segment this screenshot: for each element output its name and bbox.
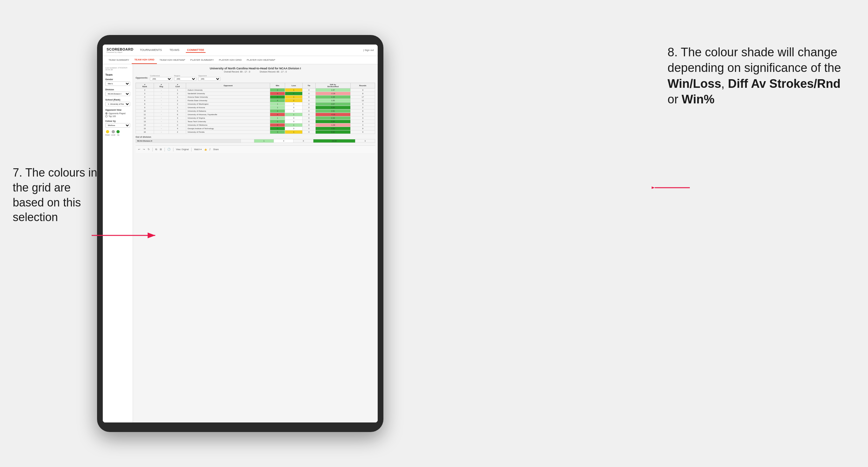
tab-player-h2h-grid[interactable]: PLAYER H2H GRID	[216, 56, 244, 64]
radio-dot-top100	[105, 115, 107, 117]
colour-by-select[interactable]: Win/loss	[105, 123, 130, 128]
filters-row: Opponents: Conference (All) Region (All)	[135, 75, 375, 81]
colour-by-section: Colour by Win/loss	[105, 120, 130, 128]
copy-icon[interactable]: ⧉	[155, 148, 157, 151]
logo-area: SCOREBOARD Powered by clippd	[106, 48, 133, 53]
table-row: 11 - 6 University of Arkansas, Fayettevi…	[136, 113, 375, 117]
tab-player-h2h-heatmap[interactable]: PLAYER H2H HEATMAP	[244, 56, 278, 64]
share-icon[interactable]: ⤴	[209, 148, 211, 151]
arrow-right	[652, 181, 690, 194]
left-sidebar: Last Updated: 27/03/2024 16:55:38 Team G…	[103, 64, 133, 423]
grid-table: #Rank #Reg #Conf Opponent Win Loss Tie D…	[135, 83, 375, 134]
tab-team-h2h-grid[interactable]: TEAM H2H GRID	[132, 56, 157, 64]
grid-icon[interactable]: ⊞	[160, 148, 162, 151]
table-row: 6 - 2 Florida State University 4 2 0 1.8…	[136, 99, 375, 102]
th-diff: Diff AvStrokes/Rnd	[315, 83, 351, 88]
grid-title: University of North Carolina Head-to-Hea…	[135, 67, 375, 70]
main-grid: University of North Carolina Head-to-Hea…	[133, 64, 378, 423]
conference-filter-group: Conference (All)	[150, 75, 172, 81]
feedback-icon[interactable]: 👍	[204, 148, 207, 151]
refresh-icon[interactable]: ↻	[148, 148, 150, 151]
legend-row: Down Level Up	[105, 130, 130, 136]
opponent-filter[interactable]: (All)	[198, 77, 220, 81]
sign-out[interactable]: | Sign out	[363, 49, 374, 52]
bottom-toolbar: ↩ ↪ ↻ ⧉ ⊞ 🕐 View: Original Watch ▾ 👍 ⤴ S…	[135, 145, 375, 153]
nav-items: TOURNAMENTS TEAMS COMMITTEE	[138, 48, 205, 53]
division-section: Division NCAA Division I	[105, 88, 130, 96]
toolbar-sep2	[164, 148, 165, 151]
table-row: 3 - 2 Vanderbilt University 0 4 0 -2.29 …	[136, 92, 375, 95]
legend-up-circle	[117, 130, 120, 133]
table-row: 16 - 2 University of Florida 3 1 0 6.62 …	[136, 130, 375, 134]
gender-select[interactable]: Men's	[105, 82, 130, 86]
th-rank: #Rank	[136, 83, 154, 88]
app-header: SCOREBOARD Powered by clippd TOURNAMENTS…	[103, 44, 378, 56]
logo-text: SCOREBOARD	[106, 48, 133, 51]
school-section: School (Rank) 1. University of Nort...	[105, 99, 130, 106]
legend-level-circle	[112, 130, 115, 133]
nav-teams[interactable]: TEAMS	[168, 48, 181, 53]
th-reg: #Reg	[154, 83, 169, 88]
legend-level: Level	[111, 130, 115, 136]
clock-icon[interactable]: 🕐	[167, 148, 170, 151]
th-rounds: Rounds	[351, 83, 375, 88]
tab-team-h2h-heatmap[interactable]: TEAM H2H HEATMAP	[157, 56, 188, 64]
region-filter-group: Region (All)	[174, 75, 196, 81]
division-select[interactable]: NCAA Division I	[105, 92, 130, 96]
conference-filter[interactable]: (All)	[150, 77, 172, 81]
grid-records: Overall Record: 89 - 17 - 0 Division Rec…	[135, 71, 375, 73]
toolbar-sep3	[173, 148, 174, 151]
out-of-division-label: Out of division	[135, 136, 375, 138]
radio-dot-opponents	[105, 112, 107, 115]
content-area: Last Updated: 27/03/2024 16:55:38 Team G…	[103, 64, 378, 423]
table-row: 4 - 1 Arizona State University 5 1 0 2.2…	[136, 95, 375, 99]
table-row: 9 - 1 University of Arizona 1 0 0 9.00 2	[136, 106, 375, 110]
nav-committee[interactable]: COMMITTEE	[186, 48, 206, 53]
team-title: Team	[105, 73, 130, 76]
legend-down-circle	[106, 130, 109, 133]
gender-section: Gender Men's	[105, 78, 130, 86]
opponents-label: Opponents:	[135, 77, 148, 79]
table-row: 14 - 0 University of Oklahoma 0 1 0 -1.0…	[136, 123, 375, 127]
th-win: Win	[270, 83, 285, 88]
legend-down: Down	[105, 130, 110, 136]
undo-icon[interactable]: ↩	[138, 148, 140, 151]
table-row: 13 - 1 Texas Tech University 3 0 0 5.56 …	[136, 120, 375, 123]
out-of-division-table: NCAA Division II 1 0 0 26.00 3	[135, 139, 375, 143]
redo-icon[interactable]: ↪	[143, 148, 145, 151]
annotation-right: 8. The colour shade will change dependin…	[668, 44, 842, 107]
annotation-left: 7. The colours in the grid are based on …	[13, 165, 102, 225]
opponent-view-section: Opponent View Opponents Played Top 100	[105, 109, 130, 117]
table-row: 2 - 1 Auburn University 2 1 0 1.67 9	[136, 88, 375, 92]
nav-tournaments[interactable]: TOURNAMENTS	[138, 48, 163, 53]
table-row: 12 - 3 University of Virginia 1 0 0 2.33…	[136, 117, 375, 120]
logo-sub: Powered by clippd	[106, 51, 133, 53]
th-tie: Tie	[303, 83, 316, 88]
region-filter[interactable]: (All)	[174, 77, 196, 81]
table-row: 15 - 4 Georgia Institute of Technology 5…	[136, 127, 375, 130]
table-row: 10 - 5 University of Alabama 3 0 0 2.61 …	[136, 110, 375, 113]
school-select[interactable]: 1. University of Nort...	[105, 102, 130, 106]
table-row: 8 - 2 University of Washington 1 0 0 3.6…	[136, 102, 375, 106]
overall-record: Overall Record: 89 - 17 - 0	[224, 71, 250, 73]
radio-top100[interactable]: Top 100	[105, 115, 130, 117]
legend-up: Up	[117, 130, 120, 136]
sub-nav: TEAM SUMMARY TEAM H2H GRID TEAM H2H HEAT…	[103, 56, 378, 64]
share-label[interactable]: Share	[213, 148, 219, 151]
last-updated: Last Updated: 27/03/2024 16:55:38	[105, 67, 130, 71]
opponent-filter-group: Opponent (All)	[198, 75, 220, 81]
radio-opponents-played[interactable]: Opponents Played	[105, 112, 130, 115]
th-opponent: Opponent	[186, 83, 270, 88]
ood-row: NCAA Division II 1 0 0 26.00 3	[136, 139, 375, 143]
th-loss: Loss	[285, 83, 303, 88]
tab-player-summary[interactable]: PLAYER SUMMARY	[188, 56, 216, 64]
arrow-left	[92, 229, 162, 242]
watch-button[interactable]: Watch ▾	[194, 148, 202, 151]
th-conf: #Conf	[169, 83, 186, 88]
view-original[interactable]: View: Original	[176, 148, 189, 151]
tab-team-summary[interactable]: TEAM SUMMARY	[106, 56, 132, 64]
toolbar-sep1	[152, 148, 153, 151]
division-record: Division Record: 88 - 17 - 0	[260, 71, 287, 73]
